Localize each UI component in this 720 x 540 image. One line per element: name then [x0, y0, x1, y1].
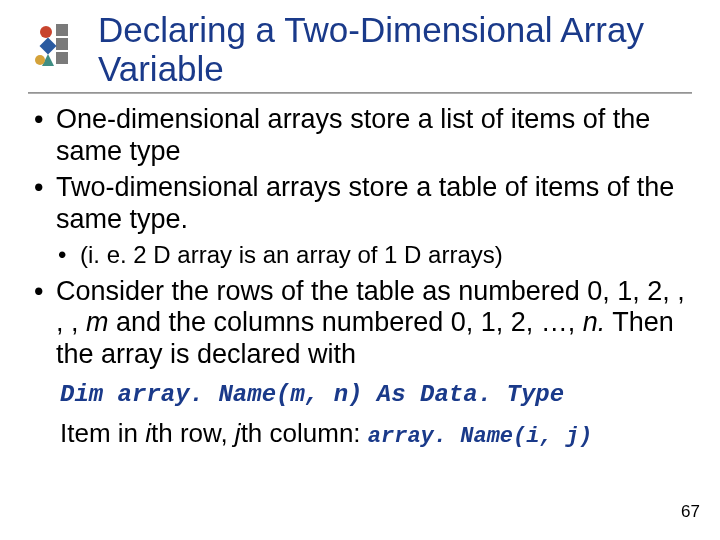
svg-rect-2 [56, 38, 68, 50]
bullet-1: One-dimensional arrays store a list of i… [28, 104, 692, 168]
bullet-3-mid: and the columns numbered 0, 1, 2, …, [109, 307, 583, 337]
bullet-3-n: n. [583, 307, 606, 337]
item-access-line: Item in ith row, jth column: array. Name… [60, 418, 692, 449]
bullet-3: Consider the rows of the table as number… [28, 276, 692, 372]
bullet-2a: (i. e. 2 D array is an array of 1 D arra… [28, 240, 692, 270]
title-underline [28, 92, 692, 94]
slide-logo-icon [28, 20, 84, 76]
code-declaration: Dim array. Name(m, n) As Data. Type [60, 381, 692, 408]
item-code: array. Name(i, j) [368, 424, 592, 449]
item-pre: Item in [60, 418, 145, 448]
svg-rect-4 [56, 52, 68, 64]
svg-rect-0 [56, 24, 68, 36]
svg-point-1 [40, 26, 52, 38]
page-number: 67 [681, 502, 700, 522]
svg-point-6 [35, 55, 45, 65]
slide-body: One-dimensional arrays store a list of i… [28, 104, 692, 449]
svg-rect-3 [40, 38, 57, 55]
slide-title: Declaring a Two-Dimensional Array Variab… [98, 8, 692, 88]
bullet-2: Two-dimensional arrays store a table of … [28, 172, 692, 236]
item-mid2: th column: [241, 418, 368, 448]
bullet-3-m: m [86, 307, 109, 337]
item-mid1: th row, [151, 418, 235, 448]
